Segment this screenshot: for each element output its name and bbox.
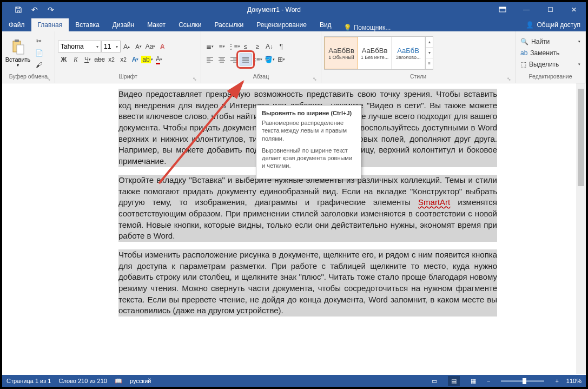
- zoom-out-button[interactable]: −: [487, 378, 490, 384]
- gallery-more[interactable]: ≡: [426, 58, 433, 69]
- paste-button[interactable]: Вставить ▾: [5, 34, 31, 72]
- zoom-level[interactable]: 110%: [566, 378, 582, 384]
- increase-indent-button[interactable]: ≥: [252, 41, 263, 52]
- tab-home[interactable]: Главная: [31, 18, 69, 31]
- group-styles: АаБбВв1 Обычный АаБбВв1 Без инте... АаБб…: [321, 31, 516, 83]
- format-painter-button[interactable]: 🖌: [33, 59, 45, 71]
- paragraph-launcher[interactable]: ⤡: [313, 76, 317, 82]
- group-paragraph: ≣▾ ≡▾ ⋮≡▾ ≤ ≥ A↓ ¶ ‡≡▾: [201, 31, 321, 83]
- superscript-button[interactable]: x2: [117, 54, 129, 65]
- ribbon-tabs: Файл Главная Вставка Дизайн Макет Ссылки…: [2, 17, 586, 31]
- minimize-button[interactable]: —: [514, 2, 538, 17]
- undo-button[interactable]: ↶: [28, 3, 41, 16]
- tab-design[interactable]: Дизайн: [106, 18, 141, 31]
- select-button[interactable]: ⬚ Выделить ▾: [520, 59, 580, 70]
- svg-rect-4: [17, 45, 24, 54]
- replace-button[interactable]: ab Заменить: [520, 48, 580, 59]
- align-right-button[interactable]: [228, 54, 240, 65]
- editing-group-label: Редактирование: [529, 73, 572, 80]
- tell-me-box[interactable]: 💡 Помощник...: [338, 24, 397, 31]
- print-layout-button[interactable]: ▤: [448, 376, 460, 386]
- tooltip-text-2: Выровненный по ширине текст делает края …: [262, 147, 355, 170]
- word-count[interactable]: Слово 210 из 210: [58, 378, 107, 384]
- title-bar: ↶ ↷ Документ1 - Word — ☐ ✕: [2, 2, 586, 17]
- cut-button[interactable]: ✂: [33, 35, 45, 47]
- sort-button[interactable]: A↓: [263, 41, 275, 52]
- gallery-up[interactable]: ▴: [426, 37, 433, 48]
- grow-font-button[interactable]: A▴: [121, 41, 133, 52]
- find-button[interactable]: 🔍 Найти ▾: [520, 36, 580, 48]
- tell-me-label: Помощник...: [354, 24, 391, 31]
- font-launcher[interactable]: ⤡: [193, 76, 197, 82]
- style-normal[interactable]: АаБбВв1 Обычный: [325, 37, 358, 69]
- group-editing: 🔍 Найти ▾ ab Заменить ⬚ Выделить ▾ Редак…: [516, 31, 586, 83]
- style-nospacing[interactable]: АаБбВв1 Без инте...: [358, 37, 392, 69]
- align-center-button[interactable]: [216, 54, 228, 65]
- paragraph-group-label: Абзац: [253, 73, 269, 80]
- show-marks-button[interactable]: ¶: [275, 41, 287, 52]
- font-size-box[interactable]: 11▾: [101, 41, 121, 52]
- ribbon-options-button[interactable]: [491, 2, 514, 17]
- subscript-button[interactable]: x2: [105, 54, 117, 65]
- svg-rect-3: [15, 39, 19, 42]
- tab-insert[interactable]: Вставка: [69, 18, 106, 31]
- group-font: Tahoma▾ 11▾ A▴ A▾ Aa▾ A̷ Ж К Ч▾ abc x2 x…: [55, 31, 201, 83]
- maximize-button[interactable]: ☐: [538, 2, 562, 17]
- tab-references[interactable]: Ссылки: [172, 18, 208, 31]
- shrink-font-button[interactable]: A▾: [133, 41, 144, 52]
- styles-group-label: Стили: [410, 73, 426, 80]
- web-layout-button[interactable]: ▦: [467, 376, 479, 386]
- clipboard-launcher[interactable]: ⤡: [47, 76, 51, 82]
- multilevel-button[interactable]: ⋮≡▾: [228, 41, 240, 52]
- justify-button[interactable]: [240, 54, 252, 65]
- tab-file[interactable]: Файл: [2, 18, 31, 31]
- paste-label: Вставить: [5, 56, 31, 63]
- copy-button[interactable]: 📄: [33, 47, 45, 59]
- strike-button[interactable]: abc: [94, 54, 105, 65]
- gallery-down[interactable]: ▾: [426, 48, 433, 58]
- shading-button[interactable]: 🪣▾: [263, 54, 275, 65]
- line-spacing-button[interactable]: ‡≡▾: [252, 54, 263, 65]
- tab-mailings[interactable]: Рассылки: [208, 18, 250, 31]
- clear-format-button[interactable]: A̷: [156, 41, 168, 52]
- zoom-slider[interactable]: [501, 380, 544, 382]
- tab-layout[interactable]: Макет: [141, 18, 172, 31]
- numbering-button[interactable]: ≡▾: [216, 41, 228, 52]
- italic-button[interactable]: К: [70, 54, 82, 65]
- share-button[interactable]: 👤 Общий доступ: [520, 18, 586, 31]
- tooltip-title: Выровнять по ширине (Ctrl+J): [262, 110, 355, 116]
- style-heading1[interactable]: АаБбВЗаголово...: [392, 37, 425, 69]
- bullets-button[interactable]: ≣▾: [204, 41, 216, 52]
- zoom-in-button[interactable]: +: [555, 378, 558, 384]
- read-mode-button[interactable]: ▭: [428, 376, 440, 386]
- font-color-button[interactable]: A▾: [153, 54, 165, 65]
- styles-launcher[interactable]: ⤡: [507, 76, 511, 82]
- redo-button[interactable]: ↷: [44, 3, 57, 16]
- ribbon: Вставить ▾ ✂ 📄 🖌 Буфер обмена⤡ Tahoma▾ 1…: [2, 31, 586, 83]
- underline-button[interactable]: Ч▾: [82, 54, 94, 65]
- bold-button[interactable]: Ж: [58, 54, 70, 65]
- borders-button[interactable]: ⊞▾: [275, 54, 287, 65]
- scrollbar-thumb[interactable]: [578, 89, 584, 186]
- share-label: Общий доступ: [537, 21, 580, 29]
- vertical-scrollbar[interactable]: [576, 83, 586, 374]
- align-left-button[interactable]: [204, 54, 216, 65]
- styles-gallery[interactable]: АаБбВв1 Обычный АаБбВв1 Без инте... АаБб…: [324, 36, 433, 70]
- language-indicator[interactable]: русский: [130, 378, 151, 384]
- text-effects-button[interactable]: A▾: [129, 54, 141, 65]
- smartart-text: SmartArt: [418, 197, 450, 207]
- highlight-button[interactable]: ab▾: [141, 54, 153, 65]
- paragraph-2[interactable]: Откройте вкладку "Вставка" и выберите ну…: [118, 175, 497, 242]
- change-case-button[interactable]: Aa▾: [144, 41, 156, 52]
- spellcheck-icon[interactable]: 📖: [115, 378, 122, 385]
- paragraph-3[interactable]: Чтобы изменить расположение рисунка в до…: [118, 249, 497, 317]
- tab-review[interactable]: Рецензирование: [250, 18, 313, 31]
- decrease-indent-button[interactable]: ≤: [240, 41, 252, 52]
- font-name-box[interactable]: Tahoma▾: [58, 41, 101, 52]
- close-button[interactable]: ✕: [562, 2, 586, 17]
- tab-view[interactable]: Вид: [313, 18, 338, 31]
- clipboard-label: Буфер обмена: [9, 73, 48, 80]
- status-bar: Страница 1 из 1 Слово 210 из 210 📖 русск…: [2, 375, 586, 387]
- page-indicator[interactable]: Страница 1 из 1: [6, 378, 51, 384]
- save-button[interactable]: [12, 3, 25, 16]
